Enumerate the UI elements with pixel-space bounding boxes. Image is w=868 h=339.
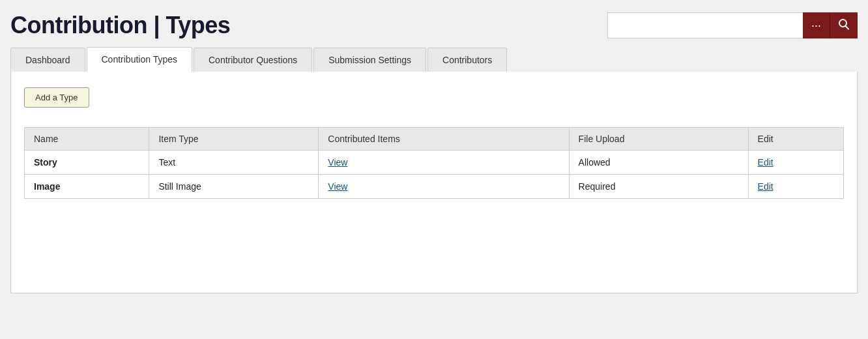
col-header-name: Name	[25, 128, 149, 151]
row-0-view-link[interactable]: View	[328, 157, 347, 168]
search-button[interactable]	[830, 12, 858, 38]
search-icon	[838, 18, 850, 33]
add-type-button[interactable]: Add a Type	[24, 87, 89, 108]
row-1-item-type: Still Image	[149, 175, 319, 199]
col-header-item-type: Item Type	[149, 128, 319, 151]
row-1-edit-cell: Edit	[748, 175, 843, 199]
dots-icon: ···	[811, 19, 821, 33]
tab-submission-settings[interactable]: Submission Settings	[313, 48, 426, 72]
tab-contribution-types[interactable]: Contribution Types	[87, 47, 192, 72]
row-0-file-upload: Allowed	[569, 151, 748, 175]
svg-line-1	[846, 26, 849, 29]
page: Contribution | Types ··· Dashboard Contr…	[0, 0, 868, 339]
tab-dashboard[interactable]: Dashboard	[10, 48, 85, 72]
row-0-contributed-items: View	[319, 151, 569, 175]
row-1-name: Image	[25, 175, 149, 199]
row-1-view-link[interactable]: View	[328, 181, 347, 192]
tab-contributor-questions[interactable]: Contributor Questions	[194, 48, 312, 72]
row-1-edit-link[interactable]: Edit	[758, 181, 774, 192]
row-0-edit-link[interactable]: Edit	[758, 157, 774, 168]
page-title: Contribution | Types	[10, 12, 230, 39]
row-1-contributed-items: View	[319, 175, 569, 199]
header-right: ···	[607, 12, 858, 38]
tabs-bar: Dashboard Contribution Types Contributor…	[0, 47, 868, 72]
table-row: Image Still Image View Required Edit	[25, 175, 844, 199]
row-0-item-type: Text	[149, 151, 319, 175]
contribution-types-table: Name Item Type Contributed Items File Up…	[24, 127, 844, 199]
table-header-row: Name Item Type Contributed Items File Up…	[25, 128, 844, 151]
col-header-contributed-items: Contributed Items	[319, 128, 569, 151]
col-header-edit: Edit	[748, 128, 843, 151]
header: Contribution | Types ···	[0, 0, 868, 47]
col-header-file-upload: File Upload	[569, 128, 748, 151]
row-0-name: Story	[25, 151, 149, 175]
dots-button[interactable]: ···	[803, 12, 830, 38]
search-input[interactable]	[607, 12, 803, 38]
table-row: Story Text View Allowed Edit	[25, 151, 844, 175]
tab-contributors[interactable]: Contributors	[427, 48, 507, 72]
row-0-edit-cell: Edit	[748, 151, 843, 175]
main-content: Add a Type Name Item Type Contributed It…	[10, 72, 858, 293]
row-1-file-upload: Required	[569, 175, 748, 199]
